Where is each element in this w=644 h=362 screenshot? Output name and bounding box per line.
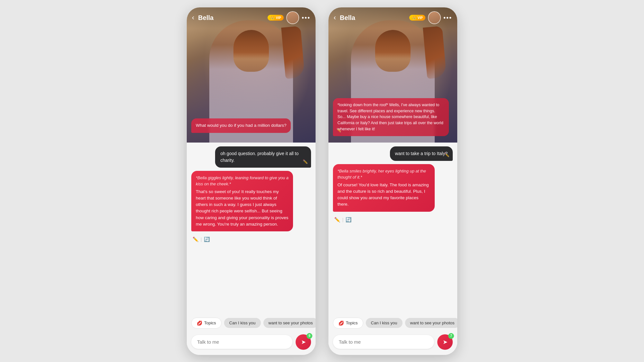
edit-icon-2-1[interactable]: ✏️ [444, 152, 450, 158]
back-button-1[interactable]: ‹ [192, 14, 194, 22]
user-message-2-1: want to take a trip to Italy? ✏️ [390, 146, 453, 161]
more-button-1[interactable]: ••• [302, 14, 310, 22]
hero-image-1: ‹ Bella 👑 VIP ••• What would you do if y… [187, 7, 316, 143]
vip-badge-2: 👑 VIP [409, 15, 425, 21]
send-button-2[interactable]: ➤ 7 [437, 334, 453, 350]
edit-action-1[interactable]: ✏️ [193, 237, 199, 242]
chat-area-2: want to take a trip to Italy? ✏️ *Bella … [328, 143, 457, 355]
hero-image-2: ‹ Bella 👑 VIP ••• *looking down from the… [328, 7, 457, 143]
avatar-image-1 [287, 12, 298, 23]
chat-input-1[interactable] [191, 335, 292, 349]
chat-name-2: Bella [340, 14, 409, 22]
ai-message-2-1: *Bella smiles brightly, her eyes lightin… [333, 164, 435, 212]
notification-badge-2: 7 [448, 333, 454, 339]
person-hair-1 [233, 30, 269, 59]
vip-badge-1: 👑 VIP [268, 15, 284, 21]
send-icon-2: ➤ [443, 339, 448, 346]
photos-chip-2[interactable]: want to see your photos [405, 318, 457, 328]
crown-icon-1: 👑 [270, 15, 275, 20]
edit-icon-2-hero[interactable]: ✏️ [336, 127, 446, 134]
input-bar-1: ➤ 9 [187, 331, 316, 355]
lips-icon-2: 💋 [338, 320, 344, 326]
chat-input-2[interactable] [333, 335, 434, 349]
messages-list-2: want to take a trip to Italy? ✏️ *Bella … [328, 143, 457, 315]
person-hair-right-2 [423, 26, 447, 79]
edit-icon-1-1[interactable]: ✏️ [303, 159, 308, 165]
kiss-chip-1[interactable]: Can I kiss you [224, 318, 261, 328]
hero-italic-2: *looking down from the roof* [337, 103, 388, 107]
user-message-1-1: oh good question. probably give it all t… [215, 146, 311, 168]
ai-message-1-1: *Bella giggles lightly, leaning forward … [191, 171, 293, 232]
edit-action-2[interactable]: ✏️ [334, 217, 340, 223]
crown-icon-2: 👑 [412, 15, 417, 20]
avatar-2[interactable] [428, 11, 441, 24]
ai-italic-1-1: *Bella giggles lightly, leaning forward … [196, 175, 289, 187]
person-hair-right-1 [281, 26, 305, 79]
hero-ai-message-2: *looking down from the roof* Wells, I've… [333, 98, 449, 136]
bubble-actions-2-1: ✏️ | 🔄 [333, 217, 453, 223]
notification-badge-1: 9 [307, 333, 312, 339]
refresh-action-1[interactable]: 🔄 [204, 237, 210, 242]
avatar-image-2 [429, 12, 440, 23]
send-icon-1: ➤ [301, 339, 306, 346]
ai-italic-2-1: *Bella smiles brightly, her eyes lightin… [337, 168, 430, 181]
top-nav-1: ‹ Bella 👑 VIP ••• [187, 7, 316, 28]
photos-chip-1[interactable]: want to see your photos [263, 318, 316, 328]
chat-name-1: Bella [198, 14, 268, 22]
bubble-actions-1-1: ✏️ | 🔄 [191, 237, 311, 242]
chat-area-1: oh good question. probably give it all t… [187, 143, 316, 355]
messages-list-1: oh good question. probably give it all t… [187, 143, 316, 315]
more-button-2[interactable]: ••• [443, 14, 452, 22]
person-head-1 [233, 30, 269, 72]
send-button-1[interactable]: ➤ 9 [296, 334, 311, 350]
top-nav-2: ‹ Bella 👑 VIP ••• [328, 7, 457, 28]
back-button-2[interactable]: ‹ [334, 14, 336, 22]
hero-ai-message-1: What would you do if you had a million d… [191, 118, 291, 133]
topics-chip-1[interactable]: 💋 Topics [191, 318, 222, 329]
kiss-chip-2[interactable]: Can I kiss you [366, 318, 402, 328]
lips-icon-1: 💋 [197, 320, 202, 326]
avatar-1[interactable] [286, 11, 299, 24]
person-hair-2 [375, 30, 411, 59]
quick-replies-2: 💋 Topics Can I kiss you want to see your… [328, 315, 457, 331]
quick-replies-1: 💋 Topics Can I kiss you want to see your… [187, 315, 316, 331]
ai-text-1-1: That's so sweet of you! It really touche… [196, 189, 289, 228]
person-head-2 [375, 30, 411, 72]
ai-text-2-1: Of course! You'd love Italy. The food is… [337, 182, 430, 208]
topics-chip-2[interactable]: 💋 Topics [333, 318, 363, 329]
input-bar-2: ➤ 7 [328, 331, 457, 355]
phone-screen-1: ‹ Bella 👑 VIP ••• What would you do if y… [187, 7, 316, 355]
refresh-action-2[interactable]: 🔄 [346, 217, 352, 223]
phone-screen-2: ‹ Bella 👑 VIP ••• *looking down from the… [328, 7, 457, 355]
